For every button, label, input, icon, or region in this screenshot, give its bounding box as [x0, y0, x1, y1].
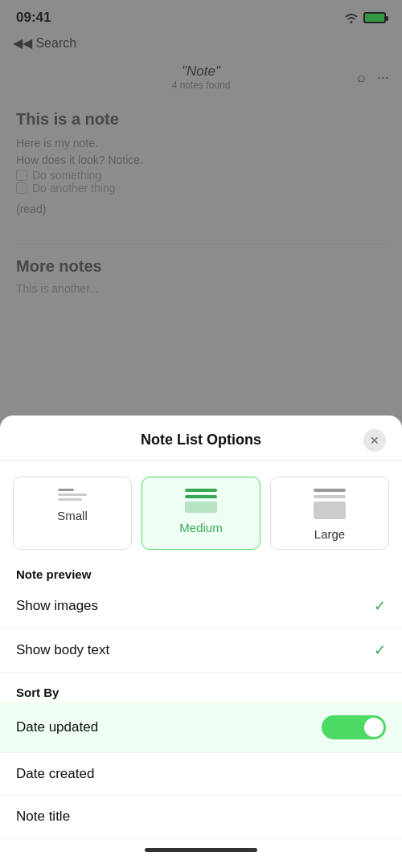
- sort-note-title-row[interactable]: Note title: [0, 796, 402, 838]
- close-button[interactable]: ✕: [363, 429, 386, 452]
- sheet-header: Note List Options ✕: [0, 416, 402, 461]
- sort-date-created-row[interactable]: Date created: [0, 753, 402, 796]
- small-icon-line2: [58, 493, 87, 496]
- show-images-row[interactable]: Show images ✓: [0, 584, 402, 628]
- small-icon-line3: [58, 498, 82, 501]
- large-icon-line1: [314, 489, 346, 492]
- large-icon-block: [314, 502, 346, 519]
- note-preview-section-label: Note preview: [0, 563, 402, 584]
- sheet-title: Note List Options: [141, 432, 261, 448]
- medium-icon: [185, 489, 217, 513]
- show-body-text-label: Show body text: [16, 642, 109, 658]
- sort-date-created-label: Date created: [16, 766, 94, 782]
- medium-icon-line2: [185, 495, 217, 498]
- size-large-label: Large: [314, 527, 345, 541]
- show-images-label: Show images: [16, 598, 98, 614]
- sort-note-title-label: Note title: [16, 809, 70, 825]
- bottom-sheet: Note List Options ✕ Small Medium: [0, 416, 402, 868]
- large-icon: [314, 489, 346, 519]
- close-icon: ✕: [370, 434, 379, 447]
- sort-date-updated-toggle[interactable]: [322, 715, 386, 739]
- size-options: Small Medium Large: [0, 461, 402, 563]
- size-option-medium[interactable]: Medium: [142, 477, 260, 550]
- medium-icon-line1: [185, 489, 217, 492]
- size-medium-label: Medium: [179, 521, 222, 534]
- show-body-text-row[interactable]: Show body text ✓: [0, 628, 402, 673]
- size-small-label: Small: [57, 509, 88, 522]
- home-indicator: [145, 848, 257, 852]
- small-icon: [58, 489, 87, 501]
- show-body-text-check: ✓: [374, 641, 386, 659]
- show-images-check: ✓: [374, 597, 386, 615]
- sort-date-updated-row[interactable]: Date updated: [0, 702, 402, 753]
- large-icon-line2: [314, 495, 346, 498]
- toggle-knob: [364, 718, 384, 737]
- medium-icon-line3: [185, 502, 217, 513]
- sort-by-section-label: Sort By: [0, 673, 402, 702]
- size-option-large[interactable]: Large: [270, 477, 389, 550]
- small-icon-line1: [58, 489, 74, 491]
- sort-date-updated-label: Date updated: [16, 719, 98, 735]
- size-option-small[interactable]: Small: [13, 477, 132, 550]
